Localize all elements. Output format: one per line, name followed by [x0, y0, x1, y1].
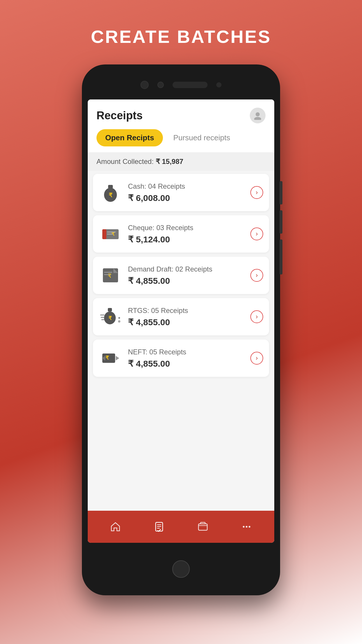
- demand-draft-icon: ₹: [99, 264, 122, 287]
- demand-draft-type-label: Demand Draft: 02 Receipts: [128, 265, 245, 273]
- neft-type-label: NEFT: 05 Receipts: [128, 348, 245, 356]
- phone-speaker: [173, 82, 208, 88]
- rtgs-receipt-info: RTGS: 05 Receipts ₹ 4,855.00: [128, 307, 245, 327]
- neft-icon: ₹: [99, 346, 122, 370]
- nav-more[interactable]: [241, 522, 252, 532]
- svg-rect-9: [107, 234, 113, 235]
- svg-rect-6: [102, 229, 106, 239]
- cash-receipt-info: Cash: 04 Receipts ₹ 6,008.00: [128, 182, 245, 203]
- svg-text:₹: ₹: [109, 192, 113, 198]
- demand-draft-chevron-button[interactable]: ›: [250, 269, 263, 282]
- svg-rect-13: [104, 272, 112, 273]
- rtgs-chevron-button[interactable]: ›: [250, 310, 263, 323]
- rtgs-icon: ₹: [99, 305, 122, 328]
- volume-down-button: [280, 210, 282, 234]
- neft-receipt-info: NEFT: 05 Receipts ₹ 4,855.00: [128, 348, 245, 369]
- svg-point-0: [256, 112, 260, 116]
- cash-bag-icon: ₹: [99, 181, 122, 204]
- phone-top-bar: [82, 64, 280, 99]
- rtgs-type-label: RTGS: 05 Receipts: [128, 307, 245, 315]
- svg-point-21: [118, 320, 120, 323]
- side-buttons: [280, 181, 282, 274]
- cash-amount: ₹ 6,008.00: [128, 193, 245, 203]
- nav-home[interactable]: [110, 522, 121, 532]
- volume-up-button: [280, 181, 282, 204]
- svg-point-1: [254, 117, 261, 120]
- svg-text:₹: ₹: [108, 273, 111, 279]
- svg-marker-25: [116, 356, 119, 360]
- receipt-card-demand-draft: ₹ Demand Draft: 02 Receipts ₹ 4,855.00 ›: [93, 257, 269, 294]
- amount-collected-value: ₹ 15,987: [156, 158, 183, 165]
- nav-receipts[interactable]: [154, 522, 164, 532]
- demand-draft-receipt-info: Demand Draft: 02 Receipts ₹ 4,855.00: [128, 265, 245, 286]
- bottom-navigation: [88, 511, 274, 543]
- page-title: CREATE BATCHES: [91, 26, 271, 47]
- cheque-amount: ₹ 5,124.00: [128, 234, 245, 244]
- svg-point-34: [246, 526, 247, 528]
- svg-rect-8: [107, 232, 116, 232]
- cheque-type-label: Cheque: 03 Receipts: [128, 224, 245, 232]
- power-button: [280, 239, 282, 274]
- phone-bottom: [172, 543, 190, 595]
- amount-collected-label: Amount Collected:: [96, 158, 154, 165]
- svg-rect-31: [198, 524, 207, 530]
- svg-rect-15: [108, 308, 112, 312]
- receipt-card-cheque: ₹ Cheque: 03 Receipts ₹ 5,124.00 ›: [93, 215, 269, 253]
- demand-draft-amount: ₹ 4,855.00: [128, 276, 245, 286]
- cheque-chevron-button[interactable]: ›: [250, 228, 263, 240]
- front-camera: [140, 81, 149, 89]
- neft-chevron-button[interactable]: ›: [250, 352, 263, 365]
- receipt-card-neft: ₹ NEFT: 05 Receipts ₹ 4,855.00 ›: [93, 340, 269, 377]
- cheque-receipt-info: Cheque: 03 Receipts ₹ 5,124.00: [128, 224, 245, 244]
- user-avatar[interactable]: [250, 108, 266, 123]
- tab-pursued-receipts[interactable]: Pursued receipts: [168, 129, 236, 146]
- amount-collected-bar: Amount Collected: ₹ 15,987: [88, 152, 274, 171]
- receipt-card-rtgs: ₹ RTGS: 05 Receipts ₹ 4,855.00 ›: [93, 298, 269, 335]
- svg-rect-14: [104, 274, 110, 275]
- phone-screen: Receipts Open Recipts Pursued receipts A…: [88, 99, 274, 543]
- secondary-camera: [157, 82, 164, 88]
- svg-point-33: [243, 526, 245, 528]
- phone-shell: Receipts Open Recipts Pursued receipts A…: [82, 64, 280, 595]
- cash-type-label: Cash: 04 Receipts: [128, 182, 245, 190]
- svg-text:₹: ₹: [106, 355, 109, 361]
- tab-open-receipts[interactable]: Open Recipts: [96, 129, 163, 146]
- rtgs-amount: ₹ 4,855.00: [128, 317, 245, 327]
- svg-point-22: [118, 317, 120, 319]
- receipt-card-cash: ₹ Cash: 04 Receipts ₹ 6,008.00 ›: [93, 174, 269, 211]
- neft-amount: ₹ 4,855.00: [128, 358, 245, 369]
- svg-text:₹: ₹: [108, 315, 112, 321]
- home-button[interactable]: [172, 560, 190, 578]
- app-title: Receipts: [96, 109, 143, 122]
- phone-sensor: [216, 82, 222, 88]
- svg-point-35: [249, 526, 250, 528]
- nav-batches[interactable]: [198, 522, 208, 532]
- tabs-bar: Open Recipts Pursued receipts: [88, 129, 274, 152]
- receipt-list: ₹ Cash: 04 Receipts ₹ 6,008.00 ›: [88, 171, 274, 511]
- app-header: Receipts: [88, 99, 274, 129]
- cash-chevron-button[interactable]: ›: [250, 186, 263, 199]
- cheque-icon: ₹: [99, 222, 122, 246]
